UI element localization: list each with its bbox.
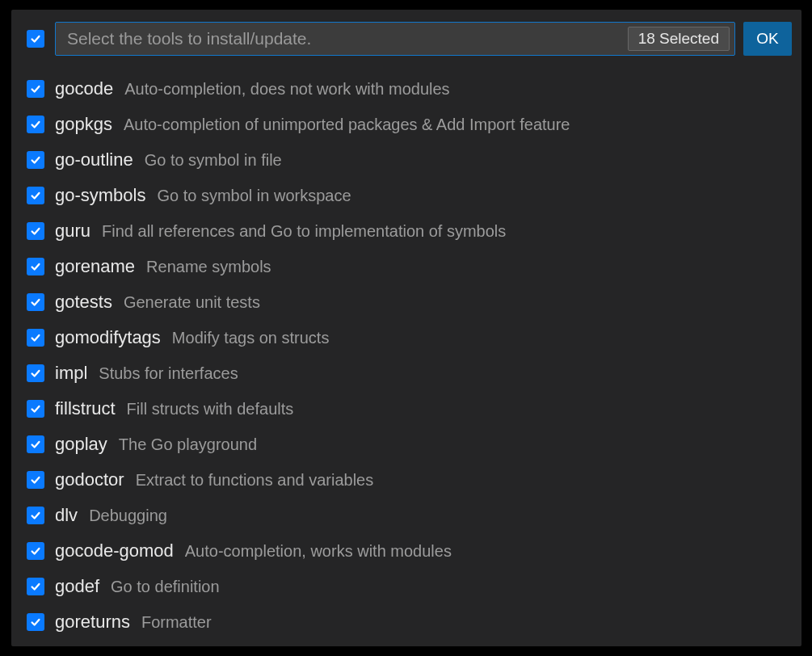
checkbox-holder bbox=[24, 222, 47, 240]
checkbox-holder bbox=[24, 613, 47, 631]
tool-checkbox[interactable] bbox=[27, 400, 44, 418]
row-text: go-symbolsGo to symbol in workspace bbox=[55, 185, 351, 206]
selected-count-badge: 18 Selected bbox=[628, 27, 730, 51]
tool-description-label: Extract to functions and variables bbox=[136, 471, 374, 490]
row-text: gocode-gomodAuto-completion, works with … bbox=[55, 540, 452, 561]
row-text: implStubs for interfaces bbox=[55, 363, 238, 384]
tool-checkbox[interactable] bbox=[27, 116, 44, 133]
row-text: godefGo to definition bbox=[55, 576, 220, 597]
checkmark-icon bbox=[30, 225, 41, 237]
tool-row[interactable]: goreturnsFormatter bbox=[11, 604, 801, 640]
tool-list: gocodeAuto-completion, does not work wit… bbox=[11, 60, 801, 640]
tool-row[interactable]: gocodeAuto-completion, does not work wit… bbox=[11, 71, 801, 107]
checkmark-icon bbox=[30, 510, 41, 521]
search-wrap: 18 Selected bbox=[55, 22, 735, 56]
row-text: gotestsGenerate unit tests bbox=[55, 292, 260, 313]
tool-description-label: The Go playground bbox=[119, 435, 257, 454]
tools-picker-panel: 18 Selected OK gocodeAuto-completion, do… bbox=[11, 10, 801, 646]
tool-checkbox[interactable] bbox=[27, 507, 44, 524]
select-all-checkbox[interactable] bbox=[27, 30, 44, 48]
tool-row[interactable]: implStubs for interfaces bbox=[11, 355, 801, 391]
tool-checkbox[interactable] bbox=[27, 542, 44, 560]
tool-row[interactable]: go-outlineGo to symbol in file bbox=[11, 142, 801, 178]
tool-checkbox[interactable] bbox=[27, 613, 44, 631]
checkmark-icon bbox=[30, 545, 41, 557]
tool-checkbox[interactable] bbox=[27, 578, 44, 595]
tool-description-label: Go to symbol in file bbox=[145, 151, 282, 170]
ok-button[interactable]: OK bbox=[743, 22, 792, 56]
tool-checkbox[interactable] bbox=[27, 435, 44, 453]
tool-description-label: Auto-completion, does not work with modu… bbox=[124, 80, 449, 99]
tool-name-label: go-symbols bbox=[55, 185, 145, 206]
checkbox-holder bbox=[24, 187, 47, 204]
checkbox-holder bbox=[24, 258, 47, 275]
checkmark-icon bbox=[30, 616, 41, 628]
tool-checkbox[interactable] bbox=[27, 471, 44, 489]
row-text: goplayThe Go playground bbox=[55, 434, 257, 455]
checkmark-icon bbox=[30, 261, 41, 272]
checkbox-holder bbox=[24, 329, 47, 347]
tool-row[interactable]: gocode-gomodAuto-completion, works with … bbox=[11, 533, 801, 569]
tool-description-label: Go to symbol in workspace bbox=[157, 187, 351, 205]
tool-row[interactable]: fillstructFill structs with defaults bbox=[11, 391, 801, 427]
tool-description-label: Go to definition bbox=[111, 578, 220, 596]
checkbox-holder bbox=[24, 116, 47, 133]
checkmark-icon bbox=[30, 474, 41, 486]
checkmark-icon bbox=[30, 119, 41, 130]
row-text: godoctorExtract to functions and variabl… bbox=[55, 469, 373, 490]
tool-name-label: go-outline bbox=[55, 149, 133, 170]
select-all-holder bbox=[24, 30, 47, 48]
tool-name-label: dlv bbox=[55, 505, 78, 526]
tool-description-label: Modify tags on structs bbox=[172, 329, 330, 347]
tool-checkbox[interactable] bbox=[27, 222, 44, 240]
tool-name-label: guru bbox=[55, 221, 90, 242]
tool-name-label: godoctor bbox=[55, 469, 124, 490]
checkbox-holder bbox=[24, 400, 47, 418]
checkmark-icon bbox=[30, 439, 41, 450]
tool-row[interactable]: gomodifytagsModify tags on structs bbox=[11, 320, 801, 355]
tool-name-label: gopkgs bbox=[55, 114, 112, 135]
tool-row[interactable]: godefGo to definition bbox=[11, 569, 801, 604]
tool-checkbox[interactable] bbox=[27, 364, 44, 382]
tool-row[interactable]: goplayThe Go playground bbox=[11, 427, 801, 462]
checkmark-icon bbox=[30, 403, 41, 414]
tool-name-label: godef bbox=[55, 576, 99, 597]
tool-checkbox[interactable] bbox=[27, 293, 44, 311]
tool-description-label: Auto-completion, works with modules bbox=[185, 542, 452, 561]
tool-row[interactable]: guruFind all references and Go to implem… bbox=[11, 213, 801, 249]
tool-checkbox[interactable] bbox=[27, 187, 44, 204]
row-text: dlvDebugging bbox=[55, 505, 167, 526]
tool-row[interactable]: gorenameRename symbols bbox=[11, 249, 801, 284]
checkmark-icon bbox=[30, 83, 41, 95]
checkmark-icon bbox=[30, 368, 41, 379]
tool-description-label: Debugging bbox=[89, 507, 167, 525]
checkmark-icon bbox=[30, 296, 41, 308]
tool-row[interactable]: go-symbolsGo to symbol in workspace bbox=[11, 178, 801, 213]
tool-checkbox[interactable] bbox=[27, 258, 44, 275]
checkbox-holder bbox=[24, 364, 47, 382]
checkmark-icon bbox=[30, 190, 41, 201]
search-input[interactable] bbox=[65, 28, 628, 49]
tool-row[interactable]: dlvDebugging bbox=[11, 498, 801, 533]
tool-description-label: Stubs for interfaces bbox=[99, 364, 238, 383]
header-row: 18 Selected OK bbox=[11, 18, 801, 60]
tool-description-label: Generate unit tests bbox=[124, 293, 260, 312]
tool-row[interactable]: gotestsGenerate unit tests bbox=[11, 284, 801, 320]
tool-row[interactable]: gopkgsAuto-completion of unimported pack… bbox=[11, 107, 801, 142]
checkbox-holder bbox=[24, 542, 47, 560]
tool-description-label: Formatter bbox=[141, 613, 212, 632]
checkmark-icon bbox=[30, 33, 41, 44]
checkmark-icon bbox=[30, 332, 41, 343]
tool-row[interactable]: godoctorExtract to functions and variabl… bbox=[11, 462, 801, 498]
checkbox-holder bbox=[24, 80, 47, 98]
tool-name-label: goplay bbox=[55, 434, 107, 455]
tool-checkbox[interactable] bbox=[27, 329, 44, 347]
tool-name-label: gotests bbox=[55, 292, 112, 313]
row-text: goreturnsFormatter bbox=[55, 612, 212, 633]
checkbox-holder bbox=[24, 293, 47, 311]
tool-checkbox[interactable] bbox=[27, 80, 44, 98]
checkmark-icon bbox=[30, 581, 41, 592]
tool-name-label: gorename bbox=[55, 256, 135, 277]
tool-name-label: gocode-gomod bbox=[55, 540, 174, 561]
tool-checkbox[interactable] bbox=[27, 151, 44, 169]
